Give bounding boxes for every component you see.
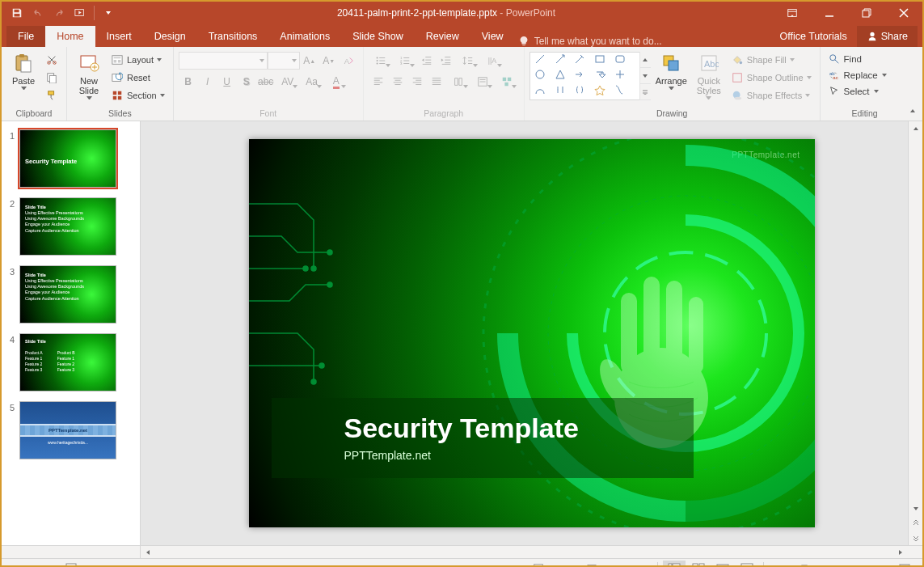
svg-rect-61: [666, 281, 682, 374]
align-right-button[interactable]: [407, 73, 427, 91]
clear-formatting-button[interactable]: A: [339, 52, 358, 70]
tab-view[interactable]: View: [470, 26, 515, 47]
collapse-ribbon-button[interactable]: [906, 104, 919, 117]
ribbon-display-options-button[interactable]: [774, 2, 811, 24]
share-button[interactable]: Share: [857, 26, 918, 47]
layout-button[interactable]: Layout: [108, 52, 168, 68]
bullets-button[interactable]: [369, 52, 393, 70]
title-placeholder[interactable]: Security Template PPTTemplate.net: [272, 398, 694, 478]
convert-smartart-button[interactable]: [495, 73, 519, 91]
replace-button[interactable]: abacReplace: [825, 68, 890, 83]
text-direction-button[interactable]: ||A: [480, 52, 504, 70]
underline-button[interactable]: U: [217, 73, 237, 91]
reading-view-button[interactable]: [711, 561, 734, 567]
tell-me-search[interactable]: Tell me what you want to do...: [518, 36, 662, 47]
increase-indent-button[interactable]: [437, 52, 456, 70]
section-button[interactable]: Section: [108, 87, 168, 104]
thumbnail-slide-2[interactable]: Slide Title Using Effective Presentation…: [19, 197, 116, 256]
find-button[interactable]: Find: [825, 52, 865, 66]
character-spacing-button[interactable]: AV: [276, 73, 300, 91]
prev-slide-button[interactable]: [909, 516, 922, 531]
zoom-level[interactable]: 68%: [864, 564, 892, 567]
content-area: 1 Security Template 2 Slide Title Using …: [2, 121, 922, 545]
font-size-combo[interactable]: [268, 52, 300, 70]
scroll-left-button[interactable]: [141, 546, 155, 558]
undo-button[interactable]: [27, 2, 49, 24]
tab-office-tutorials[interactable]: Office Tutorials: [770, 26, 857, 47]
save-button[interactable]: [6, 2, 27, 24]
columns-button[interactable]: [446, 73, 470, 91]
shape-fill-button[interactable]: Shape Fill: [728, 52, 815, 68]
zoom-in-button[interactable]: +: [851, 562, 858, 567]
tab-slideshow[interactable]: Slide Show: [341, 26, 415, 47]
redo-button[interactable]: [49, 2, 70, 24]
shadow-button[interactable]: S: [237, 73, 256, 91]
notes-button[interactable]: Notes: [526, 561, 578, 567]
line-spacing-button[interactable]: [456, 52, 480, 70]
thumbnail-slide-3[interactable]: Slide Title Using Effective Presentation…: [19, 265, 116, 324]
tab-home[interactable]: Home: [45, 26, 95, 47]
slide-counter[interactable]: Slide 1 of 5: [8, 564, 55, 567]
scroll-down-button[interactable]: [909, 501, 922, 516]
numbering-button[interactable]: 123: [393, 52, 417, 70]
scroll-up-button[interactable]: [909, 121, 922, 136]
justify-button[interactable]: [427, 73, 446, 91]
cut-button[interactable]: [42, 52, 61, 68]
shapes-gallery[interactable]: [530, 52, 651, 100]
restore-button[interactable]: [848, 2, 885, 24]
fit-to-window-button[interactable]: [893, 561, 916, 567]
next-slide-button[interactable]: [909, 531, 922, 545]
tab-design[interactable]: Design: [143, 26, 197, 47]
slide-editor[interactable]: PPTTemplate.net: [141, 121, 922, 545]
vertical-scrollbar[interactable]: [908, 121, 922, 545]
minimize-button[interactable]: [811, 2, 848, 24]
tab-transitions[interactable]: Transitions: [197, 26, 269, 47]
thumbnail-slide-5[interactable]: PPTTemplate.net www.heritagechristia...: [19, 401, 116, 459]
spell-check-button[interactable]: [65, 561, 78, 567]
scroll-right-button[interactable]: [893, 546, 908, 558]
font-color-button[interactable]: A: [324, 73, 348, 91]
layout-icon: [111, 53, 124, 66]
slide-canvas[interactable]: PPTTemplate.net: [249, 139, 815, 527]
align-center-button[interactable]: [388, 73, 407, 91]
align-left-button[interactable]: [369, 73, 388, 91]
shape-outline-button[interactable]: Shape Outline: [728, 70, 815, 86]
decrease-font-button[interactable]: A▼: [319, 52, 339, 70]
thumbnail-slide-4[interactable]: Slide Title Product AFeature 1Feature 2F…: [19, 333, 116, 391]
arrange-button[interactable]: Arrange: [652, 49, 690, 94]
thumbnail-slide-1[interactable]: Security Template: [19, 129, 116, 188]
horizontal-scrollbar[interactable]: [2, 545, 922, 558]
quick-styles-button[interactable]: Abc Quick Styles: [692, 49, 726, 104]
font-name-combo[interactable]: [179, 52, 268, 70]
paste-button[interactable]: Paste: [6, 49, 40, 94]
close-button[interactable]: [885, 2, 922, 24]
start-from-beginning-button[interactable]: [70, 2, 91, 24]
shape-effects-button[interactable]: Shape Effects: [728, 87, 815, 104]
increase-font-button[interactable]: A▲: [300, 52, 319, 70]
tab-insert[interactable]: Insert: [95, 26, 143, 47]
bold-button[interactable]: B: [179, 73, 198, 91]
normal-view-button[interactable]: [663, 561, 686, 567]
copy-button[interactable]: [42, 70, 61, 86]
tab-animations[interactable]: Animations: [268, 26, 341, 47]
align-text-button[interactable]: [470, 73, 495, 91]
comments-button[interactable]: Comments: [580, 561, 652, 567]
zoom-slider[interactable]: − +: [774, 562, 858, 567]
strikethrough-button[interactable]: abc: [256, 73, 276, 91]
slide-sorter-view-button[interactable]: [687, 561, 710, 567]
customize-qat-button[interactable]: [98, 2, 119, 24]
slideshow-view-button[interactable]: [736, 561, 758, 567]
format-painter-button[interactable]: [42, 87, 61, 104]
change-case-button[interactable]: Aa: [300, 73, 324, 91]
select-button[interactable]: Select: [825, 84, 882, 99]
tab-review[interactable]: Review: [415, 26, 470, 47]
reset-button[interactable]: Reset: [108, 70, 168, 86]
zoom-out-button[interactable]: −: [774, 562, 780, 567]
new-slide-button[interactable]: New Slide: [72, 49, 106, 104]
thumbnail-pane[interactable]: 1 Security Template 2 Slide Title Using …: [2, 121, 141, 545]
zoom-thumb[interactable]: [801, 565, 808, 568]
decrease-indent-button[interactable]: [417, 52, 437, 70]
italic-button[interactable]: I: [198, 73, 217, 91]
tab-file[interactable]: File: [6, 26, 45, 47]
gallery-scrollbar[interactable]: [639, 52, 651, 100]
